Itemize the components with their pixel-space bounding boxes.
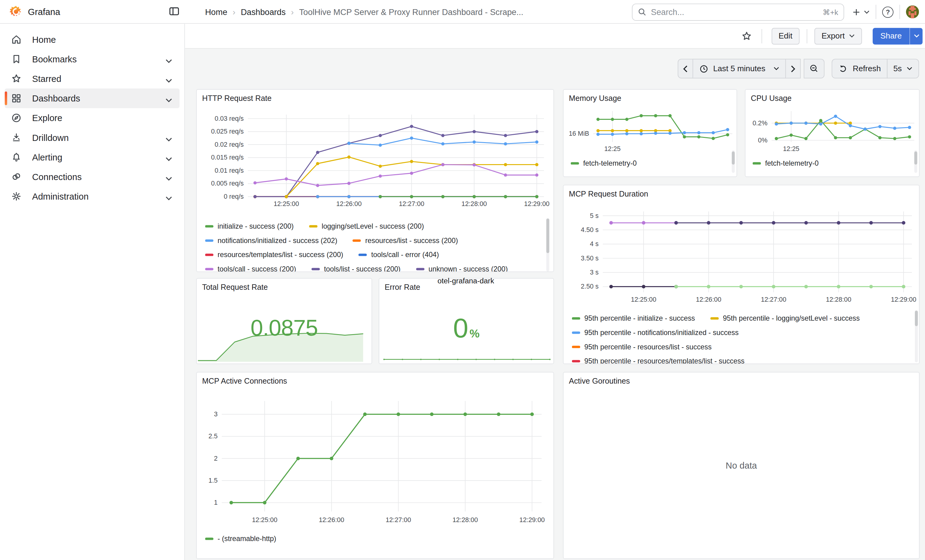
chart-legend: fetch-telemetry-0 — [571, 156, 725, 173]
legend-scrollbar[interactable] — [914, 152, 917, 165]
legend-item[interactable]: 95th percentile - logging/setLevel - suc… — [711, 314, 860, 323]
help-button[interactable]: ? — [882, 3, 893, 21]
legend-item[interactable]: tools/call - success (200) — [205, 265, 296, 272]
sidebar-item-alerting[interactable]: Alerting — [5, 147, 179, 167]
legend-label: resources/templates/list - success (200) — [217, 251, 343, 259]
sidebar-item-starred[interactable]: Starred — [5, 69, 179, 89]
home-icon — [10, 34, 22, 45]
sidebar-item-dashboards[interactable]: Dashboards — [5, 89, 179, 108]
sidebar-item-connections[interactable]: Connections — [5, 167, 179, 186]
grafana-logo-icon[interactable] — [9, 5, 23, 18]
sidebar-item-home[interactable]: Home — [5, 30, 179, 49]
svg-text:4.50 s: 4.50 s — [581, 226, 599, 234]
svg-text:12:29:00: 12:29:00 — [891, 296, 916, 303]
brand-name: Grafana — [28, 6, 60, 17]
chevron-down-icon[interactable] — [165, 173, 172, 184]
time-range-picker[interactable]: Last 5 minutes — [692, 59, 786, 78]
svg-text:3 s: 3 s — [590, 269, 599, 276]
top-nav: Grafana Home › Dashboards › ToolHive MCP… — [0, 0, 925, 24]
chevron-down-icon[interactable] — [165, 134, 172, 144]
legend-row: 95th percentile - resources/templates/li… — [572, 354, 908, 364]
sidebar-item-explore[interactable]: Explore — [5, 108, 179, 128]
legend-item[interactable]: initialize - success (200) — [205, 222, 294, 230]
refresh-interval-dropdown[interactable]: 5s — [887, 59, 919, 78]
legend-item[interactable]: tools/list - success (200) — [311, 265, 401, 272]
panel-active-goroutines: Active Goroutines No data — [563, 372, 919, 559]
cpu-usage-chart[interactable]: 0.2%0%12:25 — [748, 108, 918, 154]
sidebar-item-administration[interactable]: Administration — [5, 186, 179, 206]
legend-row: notifications/initialized - success (202… — [205, 234, 541, 248]
chevron-down-icon[interactable] — [165, 192, 172, 203]
search-input-wrapper[interactable]: ⌘+k — [632, 3, 844, 21]
panel-title: CPU Usage — [751, 94, 792, 103]
chevron-down-icon — [907, 67, 913, 71]
export-button[interactable]: Export — [814, 27, 862, 44]
breadcrumb-dashboards[interactable]: Dashboards — [241, 7, 286, 17]
total-request-rate-value: 0.0875 — [197, 315, 371, 341]
legend-label: fetch-telemetry-0 — [583, 159, 637, 168]
share-button[interactable]: Share — [873, 27, 910, 44]
svg-text:12:25: 12:25 — [783, 145, 799, 153]
zoom-out-button[interactable] — [804, 59, 825, 78]
legend-item[interactable]: - (streamable-http) — [205, 534, 276, 543]
refresh-button[interactable]: Refresh — [832, 59, 887, 78]
search-input[interactable] — [651, 7, 818, 17]
legend-label: notifications/initialized - success (202… — [217, 236, 337, 245]
legend-item[interactable]: 95th percentile - resources/templates/li… — [572, 357, 744, 364]
legend-item[interactable]: unknown - success (200) — [416, 265, 508, 272]
sidebar-item-label: Starred — [32, 74, 62, 84]
svg-text:16 MiB: 16 MiB — [569, 130, 589, 137]
breadcrumb-home[interactable]: Home — [205, 7, 227, 17]
sidebar-toggle-icon[interactable] — [167, 5, 181, 18]
chevron-down-icon[interactable] — [165, 56, 172, 66]
sidebar-item-bookmarks[interactable]: Bookmarks — [5, 49, 179, 69]
legend-item[interactable]: tools/call - error (404) — [359, 251, 439, 259]
breadcrumb-separator: › — [233, 7, 235, 17]
panel-title: Error Rate — [384, 283, 420, 291]
legend-scrollbar[interactable] — [546, 219, 549, 253]
breadcrumb-current-dashboard: ToolHive MCP Server & Proxy Runner Dashb… — [299, 7, 523, 17]
error-rate-unit: % — [470, 327, 480, 341]
legend-item[interactable]: 95th percentile - resources/list - succe… — [572, 343, 712, 351]
sidebar-item-drilldown[interactable]: Drilldown — [5, 128, 179, 147]
star-dashboard-button[interactable] — [741, 27, 752, 45]
svg-text:0.005 req/s: 0.005 req/s — [211, 180, 244, 187]
legend-scrollbar[interactable] — [732, 152, 735, 165]
legend-item[interactable]: resources/list - success (200) — [353, 236, 458, 245]
edit-button[interactable]: Edit — [771, 27, 800, 44]
svg-text:12:29:00: 12:29:00 — [520, 516, 545, 524]
share-menu-button[interactable] — [909, 27, 922, 44]
legend-item[interactable]: 95th percentile - notifications/initiali… — [572, 329, 739, 337]
chevron-down-icon[interactable] — [165, 95, 172, 105]
legend-item[interactable]: resources/templates/list - success (200) — [205, 251, 343, 259]
mcp-request-duration-chart[interactable]: 5 s4.50 s4 s3.50 s3 s2.50 s12:25:0012:26… — [567, 204, 917, 309]
legend-scrollbar[interactable] — [915, 311, 918, 326]
user-avatar[interactable] — [906, 5, 919, 18]
chevron-down-icon[interactable] — [165, 153, 172, 164]
mcp-active-connections-chart[interactable]: 11.522.5312:25:0012:26:0012:27:0012:28:0… — [200, 393, 554, 531]
add-new-button[interactable] — [851, 3, 870, 21]
time-forward-button[interactable] — [785, 59, 801, 78]
legend-item[interactable]: fetch-telemetry-0 — [752, 159, 818, 168]
memory-usage-chart[interactable]: 16 MiB12:25 — [566, 108, 735, 154]
bookmark-icon — [10, 53, 22, 65]
legend-item[interactable]: logging/setLevel - success (200) — [309, 222, 424, 230]
star-icon — [10, 73, 22, 85]
legend-item[interactable]: notifications/initialized - success (202… — [205, 236, 337, 245]
panel-title: HTTP Request Rate — [202, 94, 272, 103]
svg-text:12:27:00: 12:27:00 — [386, 516, 411, 524]
sidebar-item-label: Administration — [32, 191, 89, 201]
panel-error-rate: Error Rate 0% — [379, 278, 554, 364]
legend-item[interactable]: fetch-telemetry-0 — [571, 159, 637, 168]
legend-label: - (streamable-http) — [217, 534, 276, 543]
http-request-rate-chart[interactable]: 0 req/s0.005 req/s0.01 req/s0.015 req/s0… — [200, 109, 554, 219]
legend-item[interactable]: 95th percentile - initialize - success — [572, 314, 695, 323]
svg-text:4 s: 4 s — [590, 240, 599, 248]
svg-text:12:27:00: 12:27:00 — [399, 200, 424, 207]
refresh-label: Refresh — [853, 64, 881, 73]
chevron-down-icon[interactable] — [165, 75, 172, 86]
legend-chip — [311, 268, 319, 270]
error-rate-sparkline[interactable] — [383, 356, 551, 361]
grafana-app: Grafana Home › Dashboards › ToolHive MCP… — [0, 0, 925, 560]
time-back-button[interactable] — [678, 59, 693, 78]
